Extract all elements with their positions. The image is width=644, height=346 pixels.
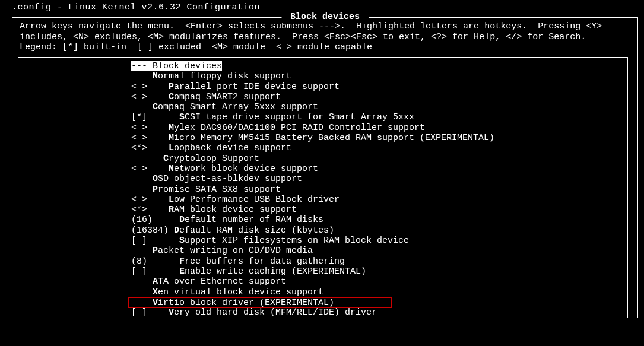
frame-title: Block devices bbox=[281, 12, 369, 22]
menu-item[interactable]: (8) Free buffers for data gathering bbox=[18, 256, 627, 266]
menu-item[interactable]: <*> RAM block device support bbox=[18, 205, 627, 215]
help-text: Arrow keys navigate the menu. <Enter> se… bbox=[20, 21, 630, 52]
menu-item[interactable]: [ ] Very old hard disk (MFM/RLL/IDE) dri… bbox=[18, 307, 627, 318]
menu-item[interactable]: < > Micro Memory MM5415 Battery Backed R… bbox=[18, 133, 627, 143]
menu-item[interactable]: [ ] Enable write caching (EXPERIMENTAL) bbox=[18, 266, 627, 277]
menu-item[interactable]: Compaq Smart Array 5xxx support bbox=[18, 102, 627, 112]
menu-item[interactable]: (16) Default number of RAM disks bbox=[18, 215, 627, 225]
menu-item[interactable]: Packet writing on CD/DVD media bbox=[18, 246, 627, 256]
menu-item[interactable]: Virtio block driver (EXPERIMENTAL) bbox=[18, 297, 627, 307]
menu-item[interactable]: OSD object-as-blkdev support bbox=[18, 174, 627, 184]
menu-item[interactable]: [*] SCSI tape drive support for Smart Ar… bbox=[18, 112, 627, 122]
window-title: .config - Linux Kernel v2.6.32 Configura… bbox=[12, 2, 644, 12]
menu-item[interactable]: <*> Loopback device support bbox=[18, 143, 627, 153]
menu-item[interactable]: < > Mylex DAC960/DAC1100 PCI RAID Contro… bbox=[18, 123, 627, 133]
menu-item[interactable]: --- Block devices bbox=[18, 61, 627, 71]
menu-item[interactable]: < > Network block device support bbox=[18, 164, 627, 174]
menu-item[interactable]: (16384) Default RAM disk size (kbytes) bbox=[18, 226, 627, 236]
menu-item[interactable]: [ ] Support XIP filesystems on RAM block… bbox=[18, 236, 627, 246]
highlighted-item[interactable]: Virtio block driver (EXPERIMENTAL) bbox=[128, 297, 392, 308]
menu-item[interactable]: < > Compaq SMART2 support bbox=[18, 92, 627, 102]
menu-list[interactable]: --- Block devices Normal floppy disk sup… bbox=[18, 57, 628, 318]
menu-item[interactable]: Normal floppy disk support bbox=[18, 71, 627, 81]
menu-item[interactable]: Promise SATA SX8 support bbox=[18, 185, 627, 195]
menu-item[interactable]: Xen virtual block device support bbox=[18, 287, 627, 297]
menu-item[interactable]: Cryptoloop Support bbox=[18, 154, 627, 164]
frame-block-devices: Block devices Arrow keys navigate the me… bbox=[12, 17, 638, 318]
menu-item[interactable]: < > Parallel port IDE device support bbox=[18, 82, 627, 92]
menu-item[interactable]: ATA over Ethernet support bbox=[18, 277, 627, 287]
menu-item[interactable]: < > Low Performance USB Block driver bbox=[18, 195, 627, 205]
